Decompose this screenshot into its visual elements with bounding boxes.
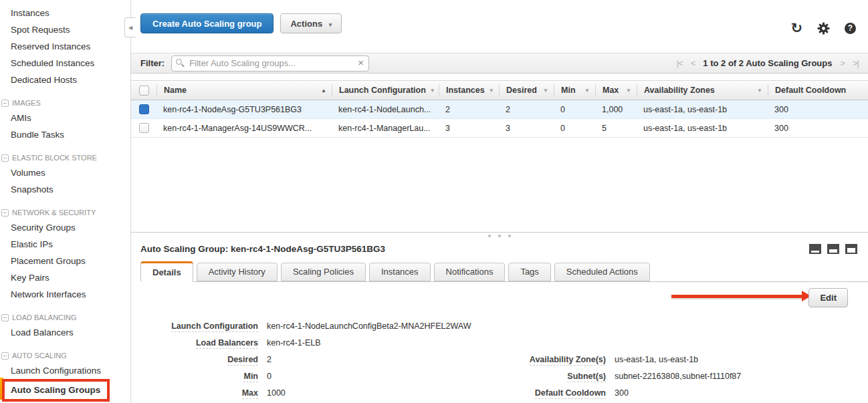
main-content: Create Auto Scaling group Actions ▾ ↻ ? …: [131, 0, 868, 403]
sort-icon: ▼: [757, 88, 762, 94]
tab-activity-history[interactable]: Activity History: [197, 263, 278, 281]
actions-button[interactable]: Actions ▾: [280, 13, 342, 33]
tab-scaling-policies[interactable]: Scaling Policies: [281, 263, 366, 281]
pane-layout-bottom-medium-icon[interactable]: [827, 244, 839, 254]
collapse-minus-icon[interactable]: −: [1, 314, 9, 321]
first-page-icon[interactable]: |<: [677, 58, 683, 68]
collapse-arrow-icon: ◀: [128, 25, 132, 31]
collapse-minus-icon[interactable]: −: [1, 352, 9, 360]
next-page-icon[interactable]: >: [840, 58, 845, 68]
tab-details[interactable]: Details: [140, 261, 193, 282]
field-label: Default Cooldown: [489, 388, 606, 398]
column-header-name[interactable]: Name ▲: [156, 84, 332, 96]
sidebar-item-reserved-instances[interactable]: Reserved Instances: [0, 38, 130, 55]
sort-asc-icon: ▲: [321, 88, 326, 94]
pane-layout-bottom-small-icon[interactable]: [809, 244, 821, 254]
sort-icon: ▼: [626, 88, 631, 94]
row-checkbox[interactable]: [139, 123, 149, 133]
table-row[interactable]: ken-rc4-1-NodeAsg-G5TU3P561BG3 ken-rc4-1…: [131, 100, 868, 119]
sidebar-item-placement-groups[interactable]: Placement Groups: [0, 253, 130, 269]
field-label: Desired: [131, 355, 258, 364]
sort-icon: ▼: [584, 88, 590, 94]
tab-tags[interactable]: Tags: [508, 263, 550, 281]
tab-instances[interactable]: Instances: [369, 263, 431, 281]
clear-filter-icon[interactable]: ×: [358, 57, 364, 68]
pane-layout-bottom-large-icon[interactable]: [845, 244, 857, 254]
sidebar-item-bundle-tasks[interactable]: Bundle Tasks: [0, 126, 130, 143]
sidebar-item-instances[interactable]: Instances: [0, 5, 130, 21]
sidebar-item-scheduled-instances[interactable]: Scheduled Instances: [0, 55, 130, 72]
section-label: LOAD BALANCING: [12, 311, 77, 324]
field-value: 0: [267, 372, 272, 381]
sidebar-item-snapshots[interactable]: Snapshots: [0, 181, 130, 198]
search-icon: [176, 59, 182, 65]
prev-page-icon[interactable]: <: [691, 58, 695, 68]
filter-search: ×: [171, 55, 369, 72]
row-checkbox-checked[interactable]: [139, 104, 149, 114]
details-panel: Auto Scaling Group: ken-rc4-1-NodeAsg-G5…: [131, 239, 868, 397]
drag-handle-icon[interactable]: [488, 235, 511, 237]
sidebar-item-auto-scaling-groups[interactable]: Auto Scaling Groups: [0, 379, 130, 402]
section-label: AUTO SCALING: [12, 349, 67, 362]
collapse-minus-icon[interactable]: −: [1, 100, 9, 107]
sidebar-section-ebs[interactable]: − ELASTIC BLOCK STORE: [0, 151, 130, 164]
sidebar-item-network-interfaces[interactable]: Network Interfaces: [0, 286, 130, 303]
sort-icon: ▼: [489, 88, 494, 94]
details-grid-right: Availability Zone(s) us-east-1a, us-east…: [489, 351, 741, 403]
sidebar-item-launch-configurations[interactable]: Launch Configurations: [0, 362, 130, 379]
section-label: IMAGES: [12, 96, 41, 110]
field-value: 1000: [267, 388, 286, 398]
filter-input[interactable]: [171, 55, 369, 72]
collapse-minus-icon[interactable]: −: [1, 154, 9, 162]
sidebar-section-network-security[interactable]: − NETWORK & SECURITY: [0, 206, 130, 219]
sidebar-section-images[interactable]: − IMAGES: [0, 96, 130, 110]
field-label: Launch Configuration: [131, 321, 258, 331]
create-auto-scaling-group-button[interactable]: Create Auto Scaling group: [140, 13, 274, 33]
table-row[interactable]: ken-rc4-1-ManagerAsg-14US9WWCR... ken-rc…: [131, 119, 868, 138]
sort-icon: ▼: [543, 88, 548, 94]
panel-tabs: Details Activity History Scaling Policie…: [140, 263, 868, 282]
field-label: Min: [131, 372, 258, 381]
field-label: Max: [131, 388, 258, 398]
column-header-launch-configuration[interactable]: Launch Configuration ▼: [332, 84, 439, 96]
sidebar-item-dedicated-hosts[interactable]: Dedicated Hosts: [0, 72, 130, 88]
sidebar-item-key-pairs[interactable]: Key Pairs: [0, 269, 130, 286]
tab-scheduled-actions[interactable]: Scheduled Actions: [554, 263, 650, 281]
toolbar: Create Auto Scaling group Actions ▾: [140, 13, 868, 33]
collapse-minus-icon[interactable]: −: [1, 209, 9, 217]
asg-table: Name ▲ Launch Configuration ▼ Instances …: [131, 80, 868, 138]
field-value: subnet-22163808,subnet-f1110f87: [615, 372, 741, 381]
column-header-default-cooldown[interactable]: Default Cooldown: [768, 84, 861, 96]
column-header-desired[interactable]: Desired ▼: [499, 84, 554, 96]
field-label: Availability Zone(s): [489, 355, 606, 364]
field-value: ken-rc4-1-NodeLaunchConfigBeta2-MNA2HFEL…: [267, 321, 471, 331]
annotation-red-box: Auto Scaling Groups: [2, 379, 110, 402]
section-label: ELASTIC BLOCK STORE: [12, 151, 97, 164]
last-page-icon[interactable]: >|: [853, 58, 859, 68]
sidebar-item-amis[interactable]: AMIs: [0, 110, 130, 126]
select-all-checkbox[interactable]: [131, 84, 156, 96]
pagination: |< < 1 to 2 of 2 Auto Scaling Groups > >…: [677, 58, 859, 68]
details-grid: Launch Configuration ken-rc4-1-NodeLaunc…: [131, 282, 868, 403]
refresh-icon[interactable]: ↻: [790, 21, 802, 35]
sidebar-item-load-balancers[interactable]: Load Balancers: [0, 324, 130, 341]
section-label: NETWORK & SECURITY: [12, 206, 96, 219]
panel-splitter[interactable]: [131, 232, 868, 239]
column-header-max[interactable]: Max ▼: [595, 84, 637, 96]
field-value: 300: [615, 388, 629, 398]
column-header-availability-zones[interactable]: Availability Zones ▼: [637, 84, 768, 96]
sidebar-item-spot-requests[interactable]: Spot Requests: [0, 21, 130, 38]
help-icon[interactable]: ?: [845, 23, 856, 34]
filter-label: Filter:: [140, 58, 165, 68]
sidebar-item-elastic-ips[interactable]: Elastic IPs: [0, 236, 130, 253]
sidebar-section-auto-scaling[interactable]: − AUTO SCALING: [0, 349, 130, 362]
gear-icon[interactable]: [817, 22, 830, 35]
column-header-min[interactable]: Min ▼: [554, 84, 595, 96]
tab-notifications[interactable]: Notifications: [434, 263, 506, 281]
column-header-instances[interactable]: Instances ▼: [439, 84, 499, 96]
sidebar-item-security-groups[interactable]: Security Groups: [0, 219, 130, 236]
sidebar-collapse-button[interactable]: ◀: [124, 17, 136, 37]
sidebar-item-volumes[interactable]: Volumes: [0, 164, 130, 181]
filter-bar: Filter: × |< < 1 to 2 of 2 Auto Scaling …: [131, 53, 868, 74]
sidebar-section-load-balancing[interactable]: − LOAD BALANCING: [0, 311, 130, 324]
